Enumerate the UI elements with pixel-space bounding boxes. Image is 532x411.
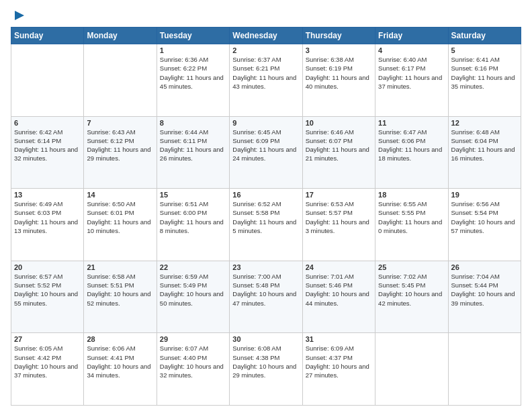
sunset-text: Sunset: 6:04 PM bbox=[451, 136, 518, 145]
day-number: 12 bbox=[451, 119, 518, 127]
page: SundayMondayTuesdayWednesdayThursdayFrid… bbox=[0, 0, 532, 411]
day-number: 22 bbox=[160, 263, 226, 271]
sunrise-text: Sunrise: 6:59 AM bbox=[160, 272, 226, 281]
day-number: 23 bbox=[232, 263, 299, 271]
calendar-cell: 4Sunrise: 6:40 AMSunset: 6:17 PMDaylight… bbox=[375, 44, 448, 117]
daylight-text: Daylight: 11 hours and 45 minutes. bbox=[160, 73, 226, 91]
day-number: 8 bbox=[160, 119, 226, 127]
sunset-text: Sunset: 5:48 PM bbox=[232, 281, 299, 289]
daylight-text: Daylight: 11 hours and 5 minutes. bbox=[232, 218, 299, 236]
day-number: 29 bbox=[160, 335, 226, 343]
calendar-cell: 14Sunrise: 6:50 AMSunset: 6:01 PMDayligh… bbox=[84, 189, 157, 261]
daylight-text: Daylight: 10 hours and 32 minutes. bbox=[160, 362, 226, 380]
calendar-cell: 7Sunrise: 6:43 AMSunset: 6:12 PMDaylight… bbox=[84, 116, 157, 189]
sunset-text: Sunset: 5:58 PM bbox=[232, 208, 299, 217]
calendar-cell bbox=[11, 44, 84, 117]
daylight-text: Daylight: 10 hours and 29 minutes. bbox=[232, 362, 299, 380]
calendar-cell: 9Sunrise: 6:45 AMSunset: 6:09 PMDaylight… bbox=[230, 116, 302, 189]
sunset-text: Sunset: 4:40 PM bbox=[160, 353, 226, 362]
sunset-text: Sunset: 6:16 PM bbox=[451, 64, 518, 73]
sunset-text: Sunset: 5:46 PM bbox=[306, 281, 372, 289]
sunset-text: Sunset: 6:01 PM bbox=[87, 208, 153, 217]
calendar-cell: 23Sunrise: 7:00 AMSunset: 5:48 PMDayligh… bbox=[230, 261, 302, 333]
daylight-text: Daylight: 11 hours and 8 minutes. bbox=[160, 218, 226, 236]
daylight-text: Daylight: 10 hours and 52 minutes. bbox=[87, 289, 153, 308]
sunrise-text: Sunrise: 6:55 AM bbox=[378, 199, 445, 208]
sunrise-text: Sunrise: 6:56 AM bbox=[451, 199, 518, 208]
calendar-cell: 6Sunrise: 6:42 AMSunset: 6:14 PMDaylight… bbox=[11, 116, 84, 189]
calendar-cell: 18Sunrise: 6:55 AMSunset: 5:55 PMDayligh… bbox=[375, 189, 448, 261]
calendar-cell: 15Sunrise: 6:51 AMSunset: 6:00 PMDayligh… bbox=[157, 189, 229, 261]
calendar-cell: 11Sunrise: 6:47 AMSunset: 6:06 PMDayligh… bbox=[375, 116, 448, 189]
calendar-cell bbox=[84, 44, 157, 117]
sunset-text: Sunset: 5:57 PM bbox=[306, 208, 372, 217]
sunset-text: Sunset: 6:19 PM bbox=[306, 64, 372, 73]
calendar-day-header: Thursday bbox=[302, 28, 375, 44]
sunset-text: Sunset: 6:21 PM bbox=[232, 64, 299, 73]
sunset-text: Sunset: 6:22 PM bbox=[160, 64, 226, 73]
daylight-text: Daylight: 11 hours and 0 minutes. bbox=[378, 218, 445, 236]
sunset-text: Sunset: 5:51 PM bbox=[87, 281, 153, 289]
sunset-text: Sunset: 5:45 PM bbox=[378, 281, 445, 289]
logo-icon bbox=[12, 8, 27, 23]
calendar-cell: 28Sunrise: 6:06 AMSunset: 4:41 PMDayligh… bbox=[84, 333, 157, 406]
day-number: 31 bbox=[306, 335, 372, 343]
calendar-cell: 29Sunrise: 6:07 AMSunset: 4:40 PMDayligh… bbox=[157, 333, 229, 406]
sunrise-text: Sunrise: 6:44 AM bbox=[160, 128, 226, 136]
calendar-week-row: 27Sunrise: 6:05 AMSunset: 4:42 PMDayligh… bbox=[11, 333, 521, 406]
day-number: 17 bbox=[306, 191, 372, 199]
calendar-cell: 26Sunrise: 7:04 AMSunset: 5:44 PMDayligh… bbox=[448, 261, 521, 333]
sunset-text: Sunset: 6:12 PM bbox=[87, 136, 153, 145]
calendar-cell: 30Sunrise: 6:08 AMSunset: 4:38 PMDayligh… bbox=[230, 333, 302, 406]
sunset-text: Sunset: 6:03 PM bbox=[14, 208, 81, 217]
calendar-week-row: 6Sunrise: 6:42 AMSunset: 6:14 PMDaylight… bbox=[11, 116, 521, 189]
daylight-text: Daylight: 10 hours and 50 minutes. bbox=[160, 289, 226, 308]
sunset-text: Sunset: 6:17 PM bbox=[378, 64, 445, 73]
sunrise-text: Sunrise: 6:05 AM bbox=[14, 344, 81, 353]
calendar-cell: 24Sunrise: 7:01 AMSunset: 5:46 PMDayligh… bbox=[302, 261, 375, 333]
day-number: 24 bbox=[306, 263, 372, 271]
daylight-text: Daylight: 11 hours and 18 minutes. bbox=[378, 145, 445, 163]
sunset-text: Sunset: 5:49 PM bbox=[160, 281, 226, 289]
sunrise-text: Sunrise: 6:46 AM bbox=[306, 128, 372, 136]
calendar-cell: 21Sunrise: 6:58 AMSunset: 5:51 PMDayligh… bbox=[84, 261, 157, 333]
sunrise-text: Sunrise: 6:09 AM bbox=[306, 344, 372, 353]
sunrise-text: Sunrise: 6:45 AM bbox=[232, 128, 299, 136]
sunset-text: Sunset: 6:06 PM bbox=[378, 136, 445, 145]
daylight-text: Daylight: 10 hours and 44 minutes. bbox=[306, 289, 372, 308]
sunrise-text: Sunrise: 7:01 AM bbox=[306, 272, 372, 281]
calendar-cell: 31Sunrise: 6:09 AMSunset: 4:37 PMDayligh… bbox=[302, 333, 375, 406]
day-number: 14 bbox=[87, 191, 153, 199]
daylight-text: Daylight: 11 hours and 21 minutes. bbox=[306, 145, 372, 163]
calendar-cell: 3Sunrise: 6:38 AMSunset: 6:19 PMDaylight… bbox=[302, 44, 375, 117]
day-number: 6 bbox=[14, 119, 81, 127]
day-number: 1 bbox=[160, 46, 226, 54]
daylight-text: Daylight: 11 hours and 37 minutes. bbox=[378, 73, 445, 91]
daylight-text: Daylight: 10 hours and 37 minutes. bbox=[14, 362, 81, 380]
sunset-text: Sunset: 5:52 PM bbox=[14, 281, 81, 289]
day-number: 15 bbox=[160, 191, 226, 199]
calendar-cell: 12Sunrise: 6:48 AMSunset: 6:04 PMDayligh… bbox=[448, 116, 521, 189]
calendar-table: SundayMondayTuesdayWednesdayThursdayFrid… bbox=[11, 27, 521, 406]
sunset-text: Sunset: 6:11 PM bbox=[160, 136, 226, 145]
sunrise-text: Sunrise: 7:04 AM bbox=[451, 272, 518, 281]
sunrise-text: Sunrise: 6:38 AM bbox=[306, 55, 372, 64]
calendar-cell: 17Sunrise: 6:53 AMSunset: 5:57 PMDayligh… bbox=[302, 189, 375, 261]
sunrise-text: Sunrise: 7:00 AM bbox=[232, 272, 299, 281]
calendar-week-row: 1Sunrise: 6:36 AMSunset: 6:22 PMDaylight… bbox=[11, 44, 521, 117]
calendar-cell: 27Sunrise: 6:05 AMSunset: 4:42 PMDayligh… bbox=[11, 333, 84, 406]
sunrise-text: Sunrise: 6:40 AM bbox=[378, 55, 445, 64]
day-number: 4 bbox=[378, 46, 445, 54]
calendar-cell: 8Sunrise: 6:44 AMSunset: 6:11 PMDaylight… bbox=[157, 116, 229, 189]
daylight-text: Daylight: 10 hours and 34 minutes. bbox=[87, 362, 153, 380]
calendar-cell: 2Sunrise: 6:37 AMSunset: 6:21 PMDaylight… bbox=[230, 44, 302, 117]
calendar-cell bbox=[375, 333, 448, 406]
sunrise-text: Sunrise: 6:47 AM bbox=[378, 128, 445, 136]
day-number: 5 bbox=[451, 46, 518, 54]
sunset-text: Sunset: 4:42 PM bbox=[14, 353, 81, 362]
logo bbox=[11, 8, 27, 23]
day-number: 27 bbox=[14, 335, 81, 343]
sunset-text: Sunset: 6:07 PM bbox=[306, 136, 372, 145]
day-number: 28 bbox=[87, 335, 153, 343]
daylight-text: Daylight: 10 hours and 42 minutes. bbox=[378, 289, 445, 308]
